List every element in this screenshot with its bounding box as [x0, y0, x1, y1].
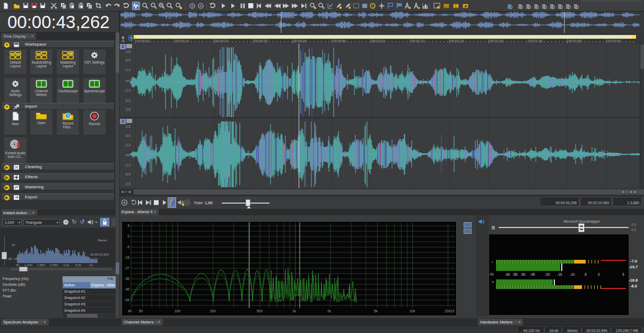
svg-text:C: C — [454, 4, 457, 8]
svg-text:■: ■ — [464, 4, 466, 8]
svg-text:3D: 3D — [444, 4, 449, 8]
